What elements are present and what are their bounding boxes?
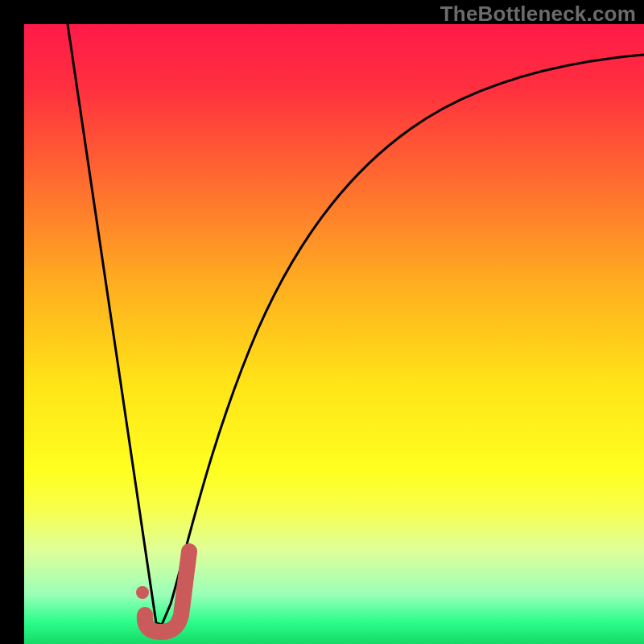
watermark-text: TheBottleneck.com [440,2,636,27]
chart-frame: TheBottleneck.com [0,0,644,644]
marker-dot [136,586,149,599]
plot-area [24,24,644,644]
chart-svg [24,24,644,644]
gradient-background [24,24,644,644]
